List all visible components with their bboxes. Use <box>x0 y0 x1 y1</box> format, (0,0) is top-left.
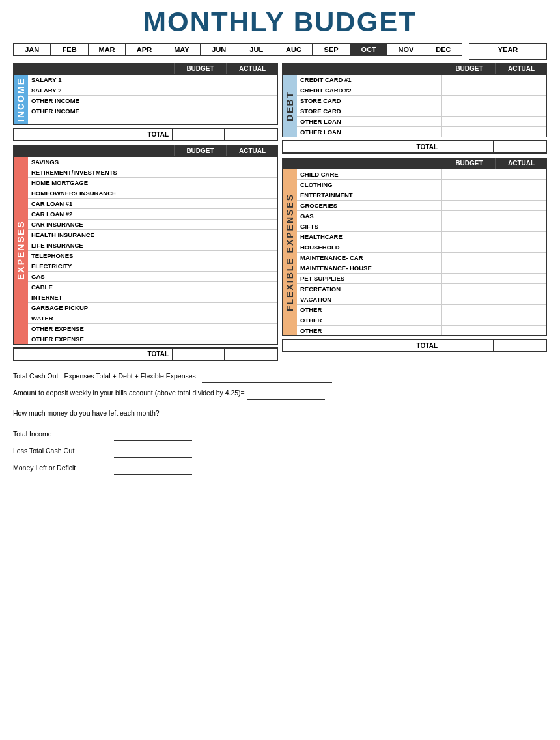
row-actual-cell[interactable] <box>225 324 277 334</box>
month-cell-jun[interactable]: JUN <box>201 44 238 55</box>
row-budget-cell[interactable] <box>173 209 225 219</box>
flexible-total-budget[interactable] <box>441 340 494 351</box>
row-actual-cell[interactable] <box>225 240 277 250</box>
row-actual-cell[interactable] <box>225 303 277 313</box>
row-budget-cell[interactable] <box>173 334 225 344</box>
row-actual-cell[interactable] <box>225 220 277 229</box>
row-actual-cell[interactable] <box>494 180 546 190</box>
row-budget-cell[interactable] <box>173 85 225 95</box>
row-budget-cell[interactable] <box>442 190 494 200</box>
row-actual-cell[interactable] <box>225 75 277 85</box>
row-budget-cell[interactable] <box>173 75 225 85</box>
month-cell-apr[interactable]: APR <box>126 44 163 55</box>
row-budget-cell[interactable] <box>173 324 225 334</box>
row-budget-cell[interactable] <box>442 274 494 283</box>
row-budget-cell[interactable] <box>442 180 494 190</box>
row-budget-cell[interactable] <box>173 282 225 292</box>
month-cell-aug[interactable]: AUG <box>275 44 313 55</box>
row-actual-cell[interactable] <box>225 188 277 198</box>
row-actual-cell[interactable] <box>494 169 546 179</box>
row-budget-cell[interactable] <box>173 292 225 302</box>
month-cell-feb[interactable]: FEB <box>51 44 88 55</box>
row-actual-cell[interactable] <box>225 251 277 261</box>
row-actual-cell[interactable] <box>494 326 546 335</box>
row-budget-cell[interactable] <box>442 221 494 231</box>
row-actual-cell[interactable] <box>494 232 546 242</box>
flexible-total-actual[interactable] <box>494 340 546 351</box>
row-budget-cell[interactable] <box>442 96 494 106</box>
income-total-budget[interactable] <box>173 129 225 140</box>
row-budget-cell[interactable] <box>442 201 494 210</box>
row-budget-cell[interactable] <box>173 272 225 281</box>
row-budget-cell[interactable] <box>173 106 225 116</box>
row-actual-cell[interactable] <box>225 292 277 302</box>
row-actual-cell[interactable] <box>494 201 546 210</box>
row-actual-cell[interactable] <box>494 85 546 95</box>
month-cell-jan[interactable]: JAN <box>14 44 51 55</box>
row-actual-cell[interactable] <box>494 263 546 273</box>
row-actual-cell[interactable] <box>494 274 546 283</box>
month-cell-mar[interactable]: MAR <box>89 44 126 55</box>
month-cell-sep[interactable]: SEP <box>313 44 350 55</box>
row-budget-cell[interactable] <box>442 305 494 315</box>
row-actual-cell[interactable] <box>494 106 546 116</box>
row-budget-cell[interactable] <box>442 127 494 137</box>
row-actual-cell[interactable] <box>494 294 546 304</box>
row-budget-cell[interactable] <box>173 230 225 240</box>
row-budget-cell[interactable] <box>173 96 225 106</box>
row-budget-cell[interactable] <box>173 240 225 250</box>
row-actual-cell[interactable] <box>225 282 277 292</box>
debt-total-budget[interactable] <box>441 141 494 152</box>
row-budget-cell[interactable] <box>173 303 225 313</box>
row-budget-cell[interactable] <box>442 75 494 85</box>
row-budget-cell[interactable] <box>173 188 225 198</box>
month-cell-jul[interactable]: JUL <box>238 44 275 55</box>
month-cell-nov[interactable]: NOV <box>387 44 425 55</box>
row-actual-cell[interactable] <box>225 167 277 177</box>
row-budget-cell[interactable] <box>173 261 225 271</box>
row-actual-cell[interactable] <box>494 117 546 126</box>
expenses-total-budget[interactable] <box>173 349 225 360</box>
expenses-total-actual[interactable] <box>225 349 277 360</box>
row-actual-cell[interactable] <box>225 230 277 240</box>
row-budget-cell[interactable] <box>442 315 494 325</box>
row-budget-cell[interactable] <box>442 263 494 273</box>
row-budget-cell[interactable] <box>173 220 225 229</box>
row-actual-cell[interactable] <box>494 75 546 85</box>
row-actual-cell[interactable] <box>225 199 277 208</box>
row-budget-cell[interactable] <box>173 313 225 323</box>
row-actual-cell[interactable] <box>225 157 277 167</box>
row-budget-cell[interactable] <box>173 167 225 177</box>
row-actual-cell[interactable] <box>225 313 277 323</box>
row-budget-cell[interactable] <box>442 85 494 95</box>
row-actual-cell[interactable] <box>494 190 546 200</box>
row-actual-cell[interactable] <box>494 127 546 137</box>
row-actual-cell[interactable] <box>225 85 277 95</box>
row-actual-cell[interactable] <box>225 334 277 344</box>
row-budget-cell[interactable] <box>442 169 494 179</box>
row-budget-cell[interactable] <box>442 232 494 242</box>
row-actual-cell[interactable] <box>225 261 277 271</box>
row-budget-cell[interactable] <box>442 211 494 221</box>
row-budget-cell[interactable] <box>173 251 225 261</box>
row-budget-cell[interactable] <box>173 157 225 167</box>
row-budget-cell[interactable] <box>442 294 494 304</box>
row-actual-cell[interactable] <box>494 305 546 315</box>
row-budget-cell[interactable] <box>173 178 225 188</box>
month-cell-may[interactable]: MAY <box>163 44 201 55</box>
month-cell-oct[interactable]: OCT <box>350 44 387 55</box>
row-actual-cell[interactable] <box>225 272 277 281</box>
row-actual-cell[interactable] <box>494 284 546 294</box>
row-budget-cell[interactable] <box>442 284 494 294</box>
row-budget-cell[interactable] <box>442 253 494 263</box>
income-total-actual[interactable] <box>225 129 277 140</box>
row-actual-cell[interactable] <box>225 96 277 106</box>
row-actual-cell[interactable] <box>494 96 546 106</box>
row-budget-cell[interactable] <box>173 199 225 208</box>
row-budget-cell[interactable] <box>442 117 494 126</box>
row-budget-cell[interactable] <box>442 106 494 116</box>
debt-total-actual[interactable] <box>494 141 546 152</box>
row-actual-cell[interactable] <box>494 253 546 263</box>
row-actual-cell[interactable] <box>494 221 546 231</box>
row-actual-cell[interactable] <box>225 178 277 188</box>
